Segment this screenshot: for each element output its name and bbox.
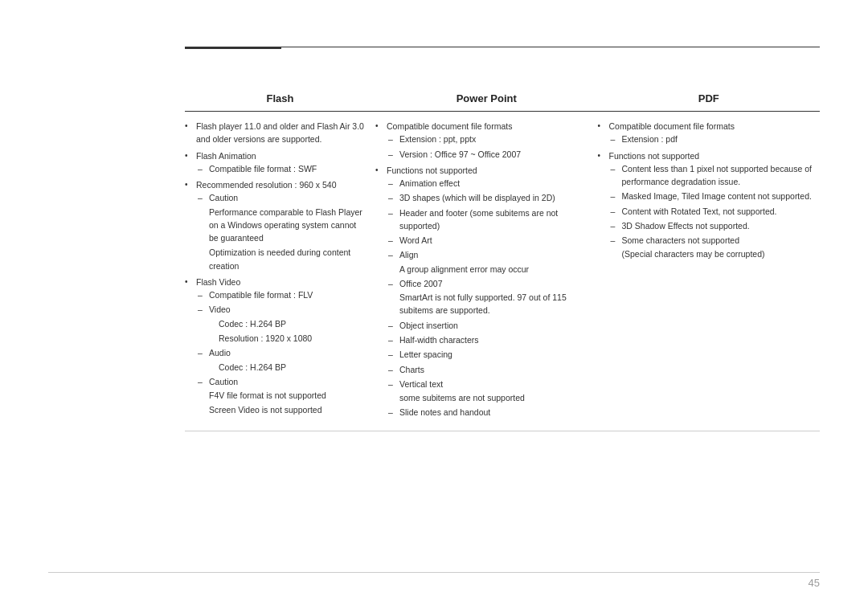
comparison-table: Flash Power Point PDF Flash player 11.0 … (185, 92, 820, 431)
list-item: Letter spacing (387, 348, 588, 361)
list-item: Flash Animation Compatible file format :… (185, 149, 366, 176)
list-item: Compatible document file formats Extensi… (598, 120, 821, 146)
list-item: Animation effect (387, 177, 588, 190)
pdf-content: Compatible document file formats Extensi… (598, 112, 821, 431)
list-item: Some characters not supported (Special c… (609, 234, 821, 261)
list-item: Charts (387, 363, 588, 376)
powerpoint-content: Compatible document file formats Extensi… (375, 112, 598, 431)
top-rule (185, 47, 820, 47)
list-item: Flash Video Compatible file format : FLV… (185, 276, 366, 417)
content-area: Flash Power Point PDF Flash player 11.0 … (185, 92, 820, 431)
flash-content: Flash player 11.0 and older and Flash Ai… (185, 112, 375, 431)
list-item: Content with Rotated Text, not supported… (609, 205, 821, 218)
list-item: Object insertion (387, 319, 588, 332)
list-item: Extension : ppt, pptx (387, 133, 588, 145)
list-item: Header and footer (some subitems are not… (387, 206, 588, 233)
list-item: 3D shapes (which will be displayed in 2D… (387, 191, 588, 204)
list-item: Flash player 11.0 and older and Flash Ai… (185, 120, 366, 146)
list-item: Recommended resolution : 960 x 540 Cauti… (185, 178, 366, 272)
list-item: Align A group alignment error may occur (387, 248, 588, 276)
list-item: Extension : pdf (609, 133, 821, 145)
list-item: Slide notes and handout (387, 406, 588, 419)
list-item: Half-width characters (387, 333, 588, 346)
list-item: Masked Image, Tiled Image content not su… (609, 190, 821, 202)
list-item: Compatible file format : FLV (196, 288, 366, 301)
list-item: Caution F4V file format is not supported… (196, 375, 366, 417)
page-number: 45 (809, 577, 820, 589)
list-item: Video Codec : H.264 BP Resolution : 1920… (196, 303, 366, 345)
list-item: Content less than 1 pixel not supported … (609, 162, 821, 189)
list-item: Compatible file format : SWF (196, 162, 366, 175)
page-container: Flash Power Point PDF Flash player 11.0 … (0, 0, 868, 613)
list-item: Vertical text some subitems are not supp… (387, 378, 588, 405)
list-item: Functions not supported Content less tha… (598, 149, 821, 261)
list-item: Word Art (387, 234, 588, 247)
list-item: Caution Performance comparable to Flash … (196, 191, 366, 272)
list-item: Audio Codec : H.264 BP (196, 346, 366, 374)
list-item: Office 2007 SmartArt is not fully suppor… (387, 277, 588, 317)
list-item: Functions not supported Animation effect… (375, 164, 588, 419)
pdf-header: PDF (598, 92, 821, 112)
bottom-rule (48, 572, 820, 573)
list-item: 3D Shadow Effects not supported. (609, 219, 821, 232)
powerpoint-header: Power Point (375, 92, 598, 112)
list-item: Compatible document file formats Extensi… (375, 120, 588, 161)
flash-header: Flash (185, 92, 375, 112)
list-item: Version : Office 97 ~ Office 2007 (387, 148, 588, 161)
